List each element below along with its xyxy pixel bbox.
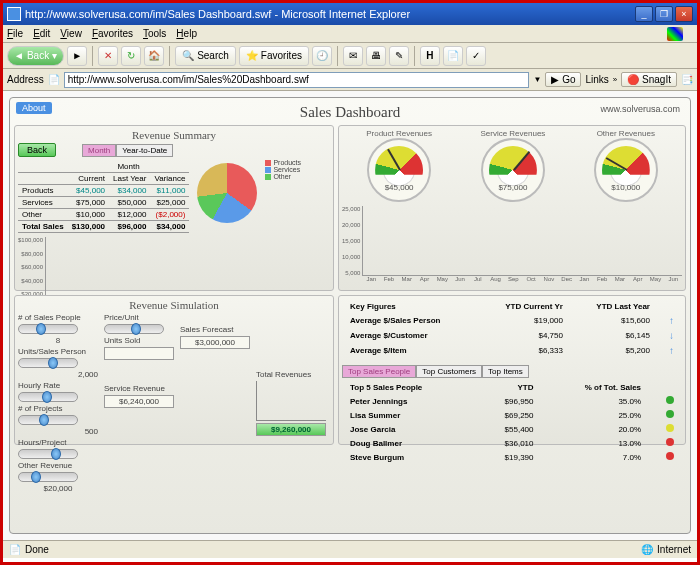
titlebar: http://www.solverusa.com/im/Sales Dashbo… [3, 3, 697, 25]
tab-ytd[interactable]: Year-to-Date [116, 144, 173, 157]
status-dot-icon [666, 396, 674, 404]
gauge-title: Product Revenues [366, 129, 432, 138]
tab-top-items[interactable]: Top Items [482, 365, 529, 378]
key-figures-table: Key FiguresYTD Current YrYTD Last Year A… [342, 299, 682, 359]
summary-bar-chart [45, 237, 330, 297]
refresh-button[interactable]: ↻ [121, 46, 141, 66]
tab-top-sales[interactable]: Top Sales People [342, 365, 416, 378]
back-button-dash[interactable]: Back [18, 143, 56, 157]
table-row: Other$10,000$12,000($2,000) [18, 209, 189, 221]
menu-help[interactable]: Help [176, 28, 197, 39]
slider-other-rev[interactable] [18, 472, 78, 482]
table-row: Lisa Summer$69,25025.0% [344, 409, 680, 421]
sales-forecast-box: $3,000,000 [180, 336, 250, 349]
menu-tools[interactable]: Tools [143, 28, 166, 39]
revenue-summary-panel: Revenue Summary Back Month Year-to-Date … [14, 125, 334, 291]
tab-top-customers[interactable]: Top Customers [416, 365, 482, 378]
panel-title: Revenue Simulation [18, 299, 330, 311]
status-zone: Internet [657, 544, 691, 555]
dashboard-title: Sales Dashboard [14, 104, 686, 121]
label: Sales Forecast [180, 325, 250, 334]
menu-file[interactable]: File [7, 28, 23, 39]
table-row: Products$45,000$34,000$11,000 [18, 185, 189, 197]
window-title: http://www.solverusa.com/im/Sales Dashbo… [25, 8, 635, 20]
edit-button[interactable]: ✎ [389, 46, 409, 66]
ie-icon [7, 7, 21, 21]
back-button[interactable]: ◄ Back ▾ [7, 46, 64, 66]
slider-sales-people[interactable] [18, 324, 78, 334]
address-input[interactable] [64, 72, 530, 88]
page-icon: 📄 [48, 74, 60, 85]
site-link[interactable]: www.solverusa.com [600, 104, 680, 114]
about-button[interactable]: About [16, 102, 52, 114]
revenue-pie-chart [197, 163, 257, 223]
print-button[interactable]: 🖶 [366, 46, 386, 66]
slider-hourly-rate[interactable] [18, 392, 78, 402]
status-dot-icon [666, 438, 674, 446]
maximize-button[interactable]: ❐ [655, 6, 673, 22]
search-button[interactable]: 🔍 Search [175, 46, 236, 66]
forward-button[interactable]: ► [67, 46, 87, 66]
close-button[interactable]: × [675, 6, 693, 22]
gauge-title: Service Revenues [480, 129, 545, 138]
slider-projects[interactable] [18, 415, 78, 425]
gauge-other: $10,000 [594, 138, 658, 202]
tool-check-button[interactable]: ✓ [466, 46, 486, 66]
home-button[interactable]: 🏠 [144, 46, 164, 66]
slider-units-person[interactable] [18, 358, 78, 368]
address-label: Address [7, 74, 44, 85]
label: # of Projects [18, 404, 98, 413]
revenue-table: Month CurrentLast YearVariance Products$… [18, 161, 189, 233]
status-done: Done [25, 544, 49, 555]
tool-doc-button[interactable]: 📄 [443, 46, 463, 66]
minimize-button[interactable]: _ [635, 6, 653, 22]
snagit-button[interactable]: 🔴 SnagIt [621, 72, 677, 87]
go-button[interactable]: ▶ Go [545, 72, 581, 87]
gauges-panel: Product Revenues $45,000 Service Revenue… [338, 125, 686, 291]
status-dot-icon [666, 452, 674, 460]
tool-h-button[interactable]: H [420, 46, 440, 66]
gauge-product: $45,000 [367, 138, 431, 202]
table-row: Jose Garcia$55,40020.0% [344, 423, 680, 435]
slider-hours-project[interactable] [18, 449, 78, 459]
menu-edit[interactable]: Edit [33, 28, 50, 39]
statusbar: 📄 Done 🌐 Internet [3, 540, 697, 558]
key-figures-panel: Key FiguresYTD Current YrYTD Last Year A… [338, 295, 686, 445]
mail-button[interactable]: ✉ [343, 46, 363, 66]
label: Hourly Rate [18, 381, 98, 390]
arrow-up-icon: ↑ [658, 344, 680, 357]
arrow-down-icon: ↓ [658, 329, 680, 342]
table-row: Services$75,000$50,000$25,000 [18, 197, 189, 209]
table-row: Average $/Item$6,333$5,200↑ [344, 344, 680, 357]
stop-button[interactable]: ✕ [98, 46, 118, 66]
table-row: Total Sales$130,000$96,000$34,000 [18, 221, 189, 233]
label: Total Revenues [256, 370, 326, 379]
gauge-title: Other Revenues [594, 129, 658, 138]
menu-view[interactable]: View [60, 28, 82, 39]
page-status-icon: 📄 [9, 544, 21, 555]
total-rev-box: $9,260,000 [256, 423, 326, 436]
table-row: Peter Jennings$96,95035.0% [344, 395, 680, 407]
history-button[interactable]: 🕘 [312, 46, 332, 66]
address-bar: Address 📄 ▼ ▶ Go Links » 🔴 SnagIt 📑 [3, 69, 697, 91]
top-sales-table: Top 5 Sales PeopleYTD% of Tot. Sales Pet… [342, 380, 682, 465]
label: # of Sales People [18, 313, 98, 322]
status-dot-icon [666, 424, 674, 432]
links-label[interactable]: Links [585, 74, 608, 85]
address-dropdown[interactable]: ▼ [533, 75, 541, 84]
label: Units Sold [104, 336, 174, 345]
arrow-up-icon: ↑ [658, 314, 680, 327]
status-dot-icon [666, 410, 674, 418]
table-row: Average $/Customer$4,750$6,145↓ [344, 329, 680, 342]
tab-month[interactable]: Month [82, 144, 116, 157]
windows-flag-icon [667, 27, 683, 41]
favorites-button[interactable]: ⭐ Favorites [239, 46, 309, 66]
menu-favorites[interactable]: Favorites [92, 28, 133, 39]
simulation-panel: Revenue Simulation # of Sales People 8 U… [14, 295, 334, 445]
slider-price-unit[interactable] [104, 324, 164, 334]
table-row: Doug Ballmer$36,01013.0% [344, 437, 680, 449]
content-area: About Sales Dashboard www.solverusa.com … [3, 91, 697, 540]
globe-icon: 🌐 [641, 544, 653, 555]
pie-legend: Products Services Other [265, 159, 301, 233]
dashboard: About Sales Dashboard www.solverusa.com … [9, 97, 691, 534]
